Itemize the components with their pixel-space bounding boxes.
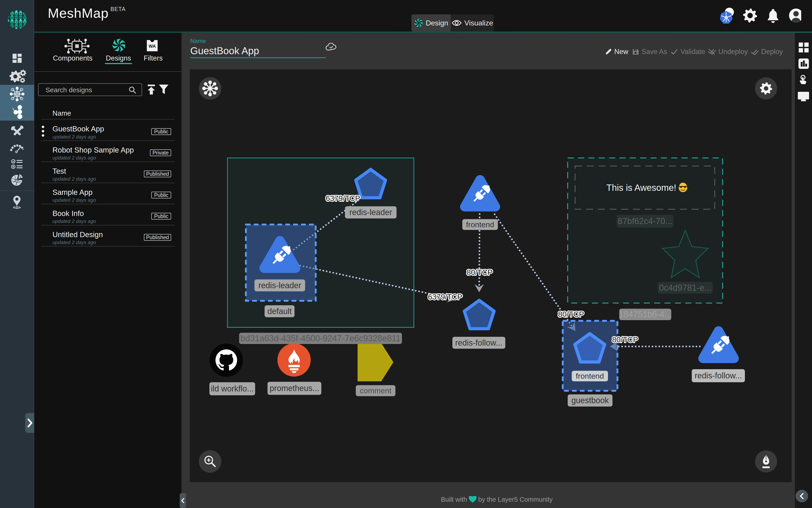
svg-text:6379/TCP: 6379/TCP (325, 194, 360, 203)
svg-text:6379/TCP: 6379/TCP (428, 293, 462, 301)
svg-text:80/TCP: 80/TCP (612, 335, 638, 344)
svg-text:80/TCP: 80/TCP (467, 268, 493, 277)
svg-text:80/TCP: 80/TCP (558, 310, 584, 319)
svg-text:WA: WA (149, 44, 156, 49)
svg-text:This is Awesome!: This is Awesome! (607, 183, 676, 193)
